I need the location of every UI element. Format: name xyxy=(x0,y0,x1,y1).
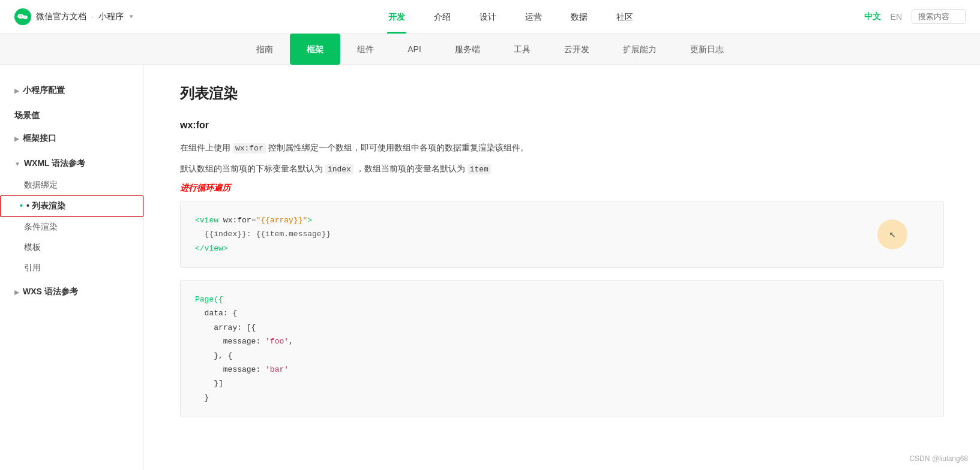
sidebar-section-wxs: ▶ WXS 语法参考 xyxy=(0,281,143,303)
tab-server[interactable]: 服务端 xyxy=(438,34,497,65)
code-inline-index: index xyxy=(325,164,353,174)
sidebar-item-condition-render[interactable]: 条件渲染 xyxy=(0,217,143,237)
cursor-overlay: ↖ xyxy=(877,219,907,249)
chevron-down-icon: ▼ xyxy=(14,161,20,167)
svg-point-5 xyxy=(24,16,25,17)
sidebar-section-framework-api: ▶ 框架接口 xyxy=(0,127,143,150)
tab-extend[interactable]: 扩展能力 xyxy=(606,34,673,65)
logo-area[interactable]: 微信官方文档 · 小程序 ▾ xyxy=(14,8,133,25)
svg-point-2 xyxy=(23,15,28,19)
tab-changelog[interactable]: 更新日志 xyxy=(673,34,741,65)
tab-api[interactable]: API xyxy=(391,34,438,65)
code-block-2: Page({ data: { array: [{ message: 'foo',… xyxy=(180,280,944,417)
second-nav: 指南 框架 组件 API 服务端 工具 云开发 扩展能力 更新日志 xyxy=(0,34,980,65)
wechat-icon xyxy=(14,8,31,25)
code-inline-item: item xyxy=(467,164,491,174)
top-nav: 微信官方文档 · 小程序 ▾ 开发 介绍 设计 运营 数据 社区 中文 EN xyxy=(0,0,980,34)
section-subtitle-wxfor: wx:for xyxy=(180,120,944,131)
code-line-page: Page({ xyxy=(195,293,929,306)
svg-point-4 xyxy=(21,15,22,16)
sidebar-label-framework-api: 框架接口 xyxy=(23,133,56,144)
sidebar-label-wxs: WXS 语法参考 xyxy=(23,287,78,297)
nav-link-intro[interactable]: 介绍 xyxy=(419,0,465,34)
tab-component[interactable]: 组件 xyxy=(340,34,391,65)
nav-link-design[interactable]: 设计 xyxy=(465,0,511,34)
code-line-msg1: message: 'foo', xyxy=(195,335,929,348)
logo-text: 微信官方文档 xyxy=(36,11,86,22)
sidebar-item-framework-api[interactable]: ▶ 框架接口 xyxy=(0,127,143,150)
page-layout: ▶ 小程序配置 场景值 ▶ 框架接口 ▼ WXML 语法参考 数据绑定 • 列表… xyxy=(0,65,980,470)
cursor-icon: ↖ xyxy=(889,225,896,244)
lang-zh[interactable]: 中文 xyxy=(864,11,881,22)
sidebar-item-wxml[interactable]: ▼ WXML 语法参考 xyxy=(0,152,143,175)
sidebar-item-wxs[interactable]: ▶ WXS 语法参考 xyxy=(0,281,143,303)
code-line-msg2: message: 'bar' xyxy=(195,363,929,376)
sidebar-item-data-binding[interactable]: 数据绑定 xyxy=(0,175,143,195)
chevron-right-icon: ▶ xyxy=(14,88,19,94)
nav-link-develop[interactable]: 开发 xyxy=(374,0,419,34)
search-input[interactable] xyxy=(912,9,966,24)
desc-text-1: 在组件上使用 wx:for 控制属性绑定一个数组，即可使用数组中各项的数据重复渲… xyxy=(180,140,944,155)
top-nav-right: 中文 EN xyxy=(864,9,966,24)
code-line-bracket1: }, { xyxy=(195,349,929,363)
sidebar: ▶ 小程序配置 场景值 ▶ 框架接口 ▼ WXML 语法参考 数据绑定 • 列表… xyxy=(0,65,144,470)
nav-link-data[interactable]: 数据 xyxy=(556,0,602,34)
code-line-array: array: [{ xyxy=(195,321,929,335)
sidebar-item-config[interactable]: ▶ 小程序配置 xyxy=(0,79,143,102)
top-nav-links: 开发 介绍 设计 运营 数据 社区 xyxy=(157,0,864,34)
nav-link-community[interactable]: 社区 xyxy=(602,0,648,34)
code-block-1: <view wx:for="{{array}}"> {{index}}: {{i… xyxy=(180,201,944,268)
svg-point-6 xyxy=(25,16,26,17)
sidebar-item-template[interactable]: 模板 xyxy=(0,237,143,258)
code-line-1: <view wx:for="{{array}}"> xyxy=(195,213,929,227)
sidebar-section-config: ▶ 小程序配置 xyxy=(0,79,143,102)
tab-cloud[interactable]: 云开发 xyxy=(547,34,606,65)
watermark: CSDN @liulang68 xyxy=(909,454,968,463)
svg-point-3 xyxy=(19,15,20,16)
code-inline-wxfor: wx:for xyxy=(233,143,266,153)
sidebar-label-config: 小程序配置 xyxy=(23,85,65,96)
sidebar-item-ref[interactable]: 引用 xyxy=(0,258,143,278)
second-nav-items: 指南 框架 组件 API 服务端 工具 云开发 扩展能力 更新日志 xyxy=(239,34,741,65)
code-line-close: } xyxy=(195,391,929,405)
logo-mini: 小程序 xyxy=(98,11,124,22)
logo-dot: · xyxy=(91,12,94,22)
sidebar-item-scene[interactable]: 场景值 xyxy=(0,104,143,127)
sidebar-section-wxml: ▼ WXML 语法参考 数据绑定 • 列表渲染 条件渲染 模板 引用 xyxy=(0,152,143,278)
logo-arrow[interactable]: ▾ xyxy=(130,13,133,20)
sidebar-item-list-render[interactable]: • 列表渲染 xyxy=(0,195,143,217)
annotation-loop: 进行循环遍历 xyxy=(180,183,944,194)
chevron-right-icon3: ▶ xyxy=(14,289,19,296)
code-line-2: {{index}}: {{item.message}} xyxy=(195,227,929,241)
desc-text-2: 默认数组的当前项的下标变量名默认为 index ，数组当前项的变量名默认为 it… xyxy=(180,161,944,176)
code-line-3: </view> xyxy=(195,242,929,255)
tab-guide[interactable]: 指南 xyxy=(239,34,290,65)
page-title: 列表渲染 xyxy=(180,84,944,103)
tab-framework[interactable]: 框架 xyxy=(290,34,340,65)
tab-tools[interactable]: 工具 xyxy=(497,34,547,65)
nav-link-operation[interactable]: 运营 xyxy=(511,0,556,34)
svg-point-1 xyxy=(17,14,24,19)
main-content: 列表渲染 wx:for 在组件上使用 wx:for 控制属性绑定一个数组，即可使… xyxy=(144,65,980,470)
chevron-right-icon2: ▶ xyxy=(14,135,19,142)
code-line-bracket2: }] xyxy=(195,376,929,390)
sidebar-label-wxml: WXML 语法参考 xyxy=(24,158,85,169)
code-line-data: data: { xyxy=(195,306,929,320)
lang-en[interactable]: EN xyxy=(891,12,902,22)
